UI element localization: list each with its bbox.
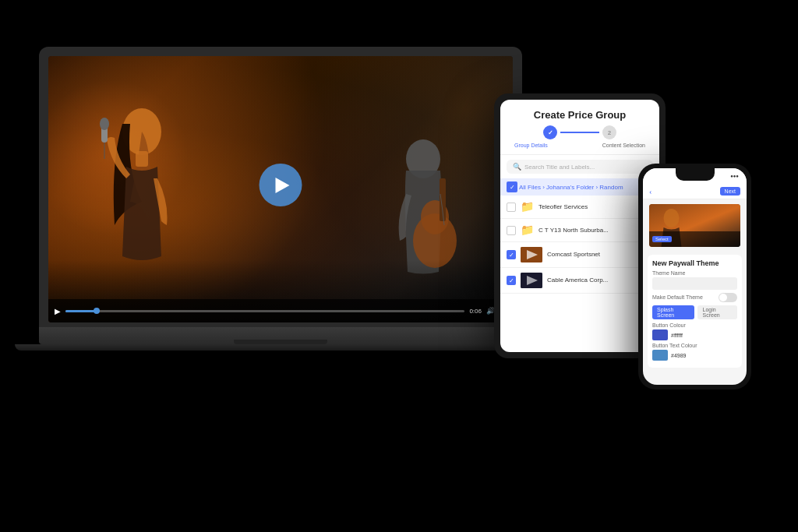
search-icon: 🔍 (513, 163, 521, 171)
time-display: 0:06 (469, 308, 482, 315)
laptop-device: ▶ 0:06 🔊 ⛶ (39, 47, 522, 374)
laptop-base (39, 327, 522, 344)
svg-rect-1 (136, 151, 148, 167)
step-2-circle: 2 (602, 125, 616, 139)
paywall-theme-title: New Paywall Theme (652, 259, 737, 267)
row-label-2: C T Y13 North Suburba... (538, 227, 609, 234)
svg-point-3 (100, 118, 109, 130)
step-indicators: ✓ 2 (508, 125, 651, 139)
tablet-screen: Create Price Group ✓ 2 Group Details Con… (500, 100, 659, 352)
step-1-check: ✓ (548, 129, 553, 136)
list-item[interactable]: ✓ Cable America Corp... (500, 268, 659, 294)
folder-icon-2: 📁 (521, 224, 534, 237)
concert-background: ▶ 0:06 🔊 ⛶ (48, 56, 513, 322)
default-theme-toggle[interactable] (719, 293, 737, 302)
svg-point-12 (664, 209, 680, 227)
progress-bar[interactable] (65, 310, 464, 312)
row-checkbox-2[interactable] (507, 226, 516, 235)
button-text-colour-label: Button Text Colour (652, 343, 737, 348)
svg-rect-8 (440, 178, 446, 221)
search-bar[interactable]: 🔍 Search Title and Labels... (507, 160, 653, 174)
video-thumb-1 (521, 247, 542, 262)
row-label-4: Cable America Corp... (547, 277, 608, 284)
button-colour-value: #ffffff (671, 333, 683, 338)
button-text-colour-value: #4989 (671, 353, 686, 358)
button-colour-label: Button Colour (652, 322, 737, 328)
progress-dot (94, 308, 100, 314)
list-item[interactable]: ✓ Comcast Sportsnet (500, 242, 659, 268)
check-icon: ✓ (510, 184, 515, 191)
step-2-number: 2 (608, 129, 611, 136)
step-connector (560, 132, 599, 133)
step-1-circle: ✓ (543, 125, 557, 139)
next-button[interactable]: Next (720, 187, 740, 196)
row-label-3: Comcast Sportsnet (547, 251, 600, 259)
button-text-colour-row: #4989 (652, 350, 737, 361)
check-icon: ✓ (509, 252, 514, 259)
row-checkbox-4[interactable]: ✓ (507, 276, 516, 285)
folder-icon-1: 📁 (521, 200, 534, 213)
laptop-screen-outer: ▶ 0:06 🔊 ⛶ (39, 47, 522, 327)
laptop-screen-inner: ▶ 0:06 🔊 ⛶ (48, 56, 513, 322)
phone-header: ‹ Next (643, 184, 747, 199)
breadcrumb-row[interactable]: ✓ All Files › Johanna's Folder › Random (500, 178, 659, 196)
breadcrumb-path: All Files › Johanna's Folder › Random (519, 184, 623, 191)
back-icon[interactable]: ‹ (649, 187, 651, 196)
main-scene: ▶ 0:06 🔊 ⛶ (0, 0, 798, 532)
laptop-foot (15, 344, 546, 351)
tablet-header: Create Price Group ✓ 2 Group Details Con… (500, 100, 659, 155)
button-colour-swatch[interactable] (652, 329, 668, 340)
button-text-colour-swatch[interactable] (652, 350, 668, 361)
breadcrumb-checkbox[interactable]: ✓ (507, 181, 517, 192)
step-1-label: Group Details (514, 143, 548, 148)
splash-screen-btn[interactable]: Splash Screen (652, 305, 694, 319)
list-item[interactable]: 📁 Teleofler Services (500, 196, 659, 219)
laptop-body: ▶ 0:06 🔊 ⛶ (39, 47, 522, 343)
video-controls-bar: ▶ 0:06 🔊 ⛶ (48, 299, 513, 322)
phone-video-overlay: Select (649, 231, 740, 247)
make-default-label: Make Default Theme (652, 294, 703, 300)
login-screen-btn[interactable]: Login Screen (697, 305, 737, 319)
step-2-label: Content Selection (602, 143, 645, 148)
video-play-icon[interactable]: ▶ (55, 307, 61, 315)
status-icons: ●●● (730, 174, 739, 178)
toggle-knob (719, 294, 727, 301)
row-checkbox-1[interactable] (507, 203, 516, 212)
phone-screen: ●●● ‹ Next (643, 168, 747, 385)
phone-notch (676, 168, 715, 181)
default-theme-row: Make Default Theme (652, 293, 737, 302)
row-checkbox-3[interactable]: ✓ (507, 250, 516, 259)
button-colour-row: #ffffff (652, 329, 737, 340)
phone-video-thumb: Select (649, 204, 740, 247)
progress-fill (65, 310, 97, 312)
select-button[interactable]: Select (652, 236, 672, 242)
create-price-group-title: Create Price Group (508, 109, 651, 121)
paywall-theme-section: New Paywall Theme Theme Name Make Defaul… (648, 255, 742, 368)
play-button[interactable] (260, 164, 302, 206)
row-label-1: Teleofler Services (538, 203, 588, 211)
play-icon (275, 178, 289, 193)
theme-name-input[interactable] (652, 277, 737, 290)
screen-type-buttons: Splash Screen Login Screen (652, 305, 737, 319)
check-icon: ✓ (509, 277, 514, 284)
phone-device: ●●● ‹ Next (638, 164, 751, 389)
search-placeholder: Search Title and Labels... (524, 164, 595, 171)
step-labels: Group Details Content Selection (508, 141, 651, 150)
theme-name-label: Theme Name (652, 270, 737, 276)
list-item[interactable]: 📁 C T Y13 North Suburba... (500, 219, 659, 242)
video-thumb-2 (521, 273, 542, 288)
